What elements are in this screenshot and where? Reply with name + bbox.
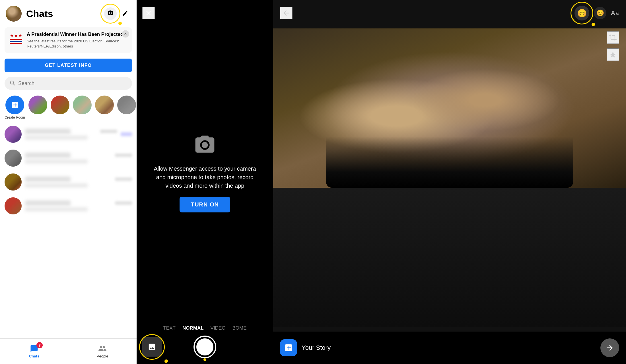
people-nav-label: People [97, 354, 108, 358]
close-notification-button[interactable]: × [122, 30, 129, 38]
camera-modes: TEXT NORMAL VIDEO BOME [163, 325, 246, 331]
emoji-secondary-button[interactable]: 😊 [594, 7, 606, 19]
story-avatar-5[interactable] [117, 96, 136, 114]
chat-info-1 [25, 129, 117, 140]
story-header: 😊 😊 Aa [273, 0, 626, 26]
create-room-label: Create Room [5, 115, 25, 119]
chat-time-blurred-4 [115, 201, 132, 205]
gallery-btn-wrapper [142, 337, 162, 357]
star-red-2: ★ [14, 33, 18, 38]
election-stripes [10, 39, 22, 44]
emoji-button[interactable]: 😊 [574, 6, 589, 20]
camera-icon [107, 10, 114, 17]
camera-permission-area: Allow Messenger access to your camera an… [137, 26, 273, 320]
chat-preview-blurred-4 [25, 207, 88, 211]
chats-panel: Chats [0, 0, 137, 364]
turn-on-button[interactable]: TURN ON [180, 197, 230, 212]
story-item-5[interactable] [117, 96, 136, 114]
story-item-2[interactable] [51, 96, 69, 114]
darker-area [273, 188, 626, 327]
chat-preview-blurred-3 [25, 183, 88, 187]
bag-overlay [326, 136, 573, 188]
get-latest-info-button[interactable]: GET LATEST INFO [5, 59, 132, 72]
story-plus-icon [280, 339, 297, 356]
gallery-button[interactable] [142, 337, 162, 357]
crop-icon [609, 34, 617, 42]
create-room-button[interactable] [5, 96, 24, 114]
camera-bottom: TEXT NORMAL VIDEO BOME [137, 320, 273, 364]
emoji-secondary-icon: 😊 [596, 9, 604, 17]
chat-item-2[interactable] [0, 146, 137, 170]
create-room-story-item[interactable]: Create Room [5, 96, 25, 119]
search-container [5, 77, 132, 90]
chat-avatar-1 [5, 126, 22, 143]
smiley-icon: 😊 [577, 9, 587, 18]
nav-chats[interactable]: 7 Chats [0, 339, 68, 364]
close-icon [145, 9, 153, 17]
search-input[interactable] [18, 80, 127, 86]
chat-list [0, 122, 137, 338]
mode-text[interactable]: TEXT [163, 325, 175, 331]
story-item-1[interactable] [28, 96, 47, 114]
chat-info-2 [25, 153, 132, 164]
sparkle-tool-button[interactable] [607, 48, 619, 61]
close-camera-button[interactable] [142, 7, 155, 19]
crop-tool-button[interactable] [607, 31, 619, 44]
story-send-button[interactable] [600, 338, 619, 357]
mode-video[interactable]: VIDEO [211, 325, 226, 331]
election-title: A Presidential Winner Has Been Projected [27, 31, 128, 38]
camera-panel: Allow Messenger access to your camera an… [137, 0, 273, 364]
story-item-3[interactable] [73, 96, 92, 114]
back-icon [282, 9, 290, 17]
story-bottom: Your Story [273, 332, 626, 364]
chat-name-blurred-3 [25, 177, 71, 182]
gallery-highlight-dot [164, 359, 168, 363]
chat-item-4[interactable] [0, 194, 137, 218]
story-image-area [273, 28, 626, 188]
your-story-label: Your Story [302, 344, 331, 351]
chats-header: Chats [0, 0, 137, 24]
chat-avatar-4 [5, 197, 22, 214]
nav-people[interactable]: People [68, 339, 137, 364]
search-icon [9, 80, 15, 87]
election-notification: ★ ★ ★ A Presidential Winner Has Been Pro… [5, 27, 132, 53]
story-bottom-row: Your Story [280, 338, 619, 357]
mode-normal[interactable]: NORMAL [182, 325, 204, 331]
header-icons [104, 7, 131, 20]
edit-button[interactable] [120, 8, 131, 19]
capture-inner [196, 338, 213, 355]
chat-item-3[interactable] [0, 170, 137, 194]
chat-name-blurred-4 [25, 200, 71, 206]
chats-nav-label: Chats [29, 354, 39, 358]
chat-time-blurred-2 [115, 154, 132, 157]
gallery-btn-highlight [142, 337, 162, 357]
your-story-item[interactable]: Your Story [280, 339, 331, 356]
election-icon: ★ ★ ★ [9, 31, 23, 46]
election-text: A Presidential Winner Has Been Projected… [27, 31, 128, 49]
capture-button[interactable] [193, 336, 216, 358]
camera-highlight-dot [118, 22, 122, 25]
stories-row: Create Room [0, 93, 137, 122]
pencil-icon [122, 10, 128, 17]
camera-button[interactable] [104, 7, 117, 20]
story-avatar-3[interactable] [73, 96, 92, 114]
mode-boome[interactable]: BOME [232, 325, 246, 331]
back-button[interactable] [280, 7, 293, 19]
bottom-nav: 7 Chats People [0, 338, 137, 364]
story-avatar-2[interactable] [51, 96, 69, 114]
story-header-right: 😊 😊 Aa [574, 6, 619, 20]
star-red-3: ★ [18, 33, 22, 38]
chat-name-blurred-2 [25, 153, 71, 158]
emoji-highlight-dot [592, 23, 595, 26]
avatar[interactable] [6, 6, 22, 22]
chat-time-blurred-3 [115, 177, 132, 181]
story-avatar-1[interactable] [28, 96, 47, 114]
story-avatar-4[interactable] [95, 96, 114, 114]
chat-avatar-2 [5, 150, 22, 167]
send-icon [606, 344, 614, 352]
story-item-4[interactable] [95, 96, 114, 114]
chat-item[interactable] [0, 122, 137, 146]
text-format-button[interactable]: Aa [611, 9, 619, 17]
sparkle-icon [609, 51, 617, 59]
page-title: Chats [26, 8, 104, 19]
